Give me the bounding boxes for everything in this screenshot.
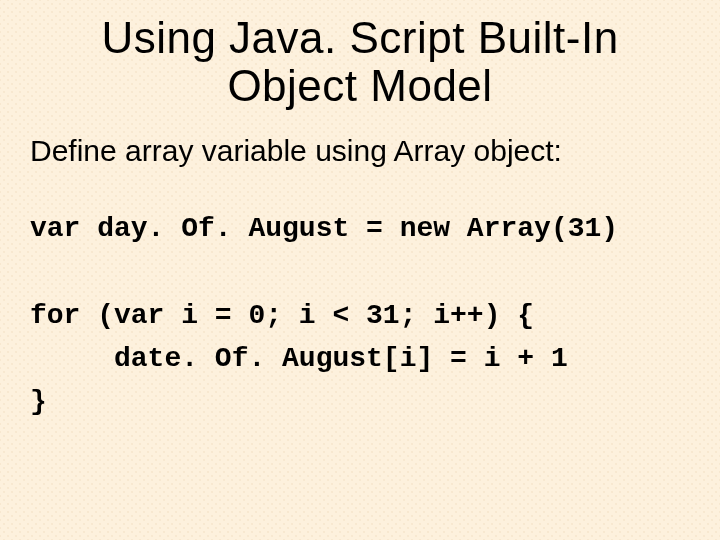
slide-title: Using Java. Script Built-In Object Model <box>0 0 720 111</box>
title-line-2: Object Model <box>0 62 720 110</box>
code-line-5: } <box>30 386 47 417</box>
code-line-3: for (var i = 0; i < 31; i++) { <box>30 300 534 331</box>
lead-text: Define array variable using Array object… <box>30 133 690 169</box>
code-block: var day. Of. August = new Array(31) for … <box>30 207 690 424</box>
title-line-1: Using Java. Script Built-In <box>0 14 720 62</box>
slide-body: Define array variable using Array object… <box>0 111 720 424</box>
code-line-4: date. Of. August[i] = i + 1 <box>30 343 568 374</box>
slide: Using Java. Script Built-In Object Model… <box>0 0 720 540</box>
code-line-1: var day. Of. August = new Array(31) <box>30 213 618 244</box>
